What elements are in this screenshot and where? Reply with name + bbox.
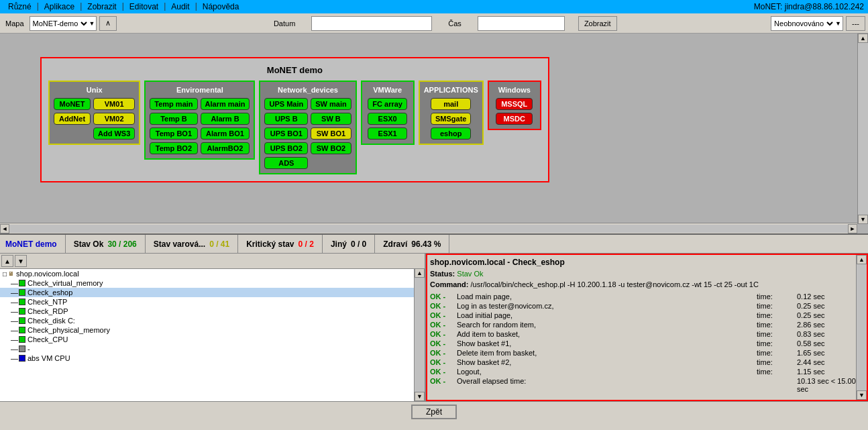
svc-msdc[interactable]: MSDC [496, 113, 533, 125]
svc-upsbo2[interactable]: UPS BO2 [264, 142, 308, 154]
scroll-down-btn[interactable]: ▼ [858, 215, 868, 224]
tree-row-eshop[interactable]: — Check_eshop [0, 288, 425, 297]
svc-esx0[interactable]: ESX0 [368, 113, 407, 125]
tree-row-dash[interactable]: — - [0, 344, 425, 354]
svc-tempbo2[interactable]: Temp BO2 [150, 142, 197, 154]
scroll-track-right [858, 43, 868, 215]
group-applications-grid: mail SMSgate eshop [424, 98, 478, 140]
svc-swmain[interactable]: SW main [311, 98, 351, 110]
group-windows-grid: MSSQL MSDC [493, 98, 536, 125]
svc-monet[interactable]: MoNET [54, 98, 91, 110]
map-area[interactable]: ▲ ▼ ◄ ► MoNET demo Unix MoNET AddNet [0, 34, 868, 235]
svc-upsbo1[interactable]: UPS BO1 [264, 127, 308, 140]
tree-row-diskc[interactable]: — Check_disk C: [0, 316, 425, 325]
tree-label-absvmcpu: abs VM CPU [28, 354, 70, 362]
svc-swb[interactable]: SW B [311, 113, 351, 125]
tree-row-ntp[interactable]: — Check_NTP [0, 297, 425, 307]
svc-esx1[interactable]: ESX1 [368, 127, 407, 140]
menu-editovat[interactable]: Editovat [125, 1, 162, 12]
svc-addnet[interactable]: AddNet [54, 113, 91, 125]
detail-row-3: OK -Search for random item,time:2.86 sec [430, 321, 864, 329]
map-scrollbar-right[interactable]: ▲ ▼ [857, 34, 868, 224]
svc-vm02[interactable]: VM02 [93, 113, 135, 125]
detail-command-label: Command: [430, 280, 468, 288]
svc-alarmmain[interactable]: Alarm main [201, 98, 250, 110]
svc-addws3[interactable]: Add WS3 [93, 127, 135, 140]
tree-expand-eshop: — [11, 288, 19, 297]
neobnovovano-select-wrapper[interactable]: Neobnovováno ▼ [771, 16, 843, 31]
neobnovovano-select[interactable]: Neobnovováno [771, 17, 835, 30]
map-select-wrapper[interactable]: MoNET-demo ▼ [30, 16, 97, 31]
menu-audit[interactable]: Audit [167, 1, 193, 12]
cas-input[interactable] [478, 16, 565, 31]
tree-row-absvmcpu[interactable]: — abs VM CPU [0, 354, 425, 363]
menu-bar: Různé | Aplikace | Zobrazit | Editovat |… [0, 0, 868, 13]
datum-input[interactable] [311, 16, 432, 31]
menu-zobrazit[interactable]: Zobrazit [83, 1, 120, 12]
tree-scroll-up[interactable]: ▲ [415, 268, 425, 278]
svc-smsgate[interactable]: SMSgate [431, 113, 471, 125]
group-vmware: VMWare FC array ESX0 ESX1 [361, 80, 415, 145]
unix-col1: MoNET AddNet [54, 98, 91, 140]
tree-expand-cpu: — [11, 335, 19, 343]
detail-scrollbar[interactable]: ▲ ▼ [856, 255, 867, 400]
tree-row-phys-mem[interactable]: — Check_physical_memory [0, 325, 425, 335]
detail-status: Status: Stav Ok [430, 270, 864, 278]
detail-rows: OK -Load main page,time:0.12 secOK -Log … [430, 292, 864, 393]
status-square-rdp [19, 308, 25, 315]
tree-label-ntp: Check_NTP [28, 298, 67, 306]
tree-row-cpu[interactable]: — Check_CPU [0, 335, 425, 344]
svc-mail[interactable]: mail [431, 98, 471, 110]
detail-scroll-down[interactable]: ▼ [857, 390, 867, 400]
svc-eshop[interactable]: eshop [431, 127, 471, 140]
group-enviromental-title: Enviromental [150, 86, 250, 94]
status-varova-section: Stav varová... 0 / 41 [146, 235, 238, 253]
svc-alarmbo2[interactable]: AlarmBO2 [201, 142, 250, 154]
tree-panel[interactable]: ▲ ▼ □ 🖥 shop.novicom.local — Check_virtu… [0, 254, 426, 401]
menu-napoveda[interactable]: Nápověda [199, 1, 243, 12]
bottom-panel: ▲ ▼ □ 🖥 shop.novicom.local — Check_virtu… [0, 254, 868, 401]
svc-tempmain[interactable]: Temp main [150, 98, 197, 110]
tree-scroll-down[interactable]: ▼ [415, 392, 425, 401]
svc-tempbo1[interactable]: Temp BO1 [150, 127, 197, 140]
monet-demo-title: MoNET demo [48, 65, 541, 75]
svc-mssql[interactable]: MSSQL [496, 98, 533, 110]
tree-up-btn[interactable]: ▲ [1, 255, 13, 267]
tree-host-icon: 🖥 [8, 270, 14, 277]
net-col1: UPS Main UPS B UPS BO1 UPS BO2 ADS [264, 98, 308, 169]
mapa-label: Mapa [3, 19, 27, 28]
scroll-right-btn[interactable]: ► [848, 224, 857, 233]
status-square-diskc [19, 317, 25, 324]
svc-swbo2[interactable]: SW BO2 [311, 142, 351, 154]
map-select[interactable]: MoNET-demo [30, 17, 89, 30]
svc-swbo1[interactable]: SW BO1 [311, 127, 351, 140]
svc-alarmb[interactable]: Alarm B [201, 113, 250, 125]
tree-row-shop[interactable]: □ 🖥 shop.novicom.local [0, 269, 425, 278]
env-col1: Temp main Temp B Temp BO1 Temp BO2 [150, 98, 197, 154]
svc-tempb[interactable]: Temp B [150, 113, 197, 125]
tree-toolbar: ▲ ▼ [0, 254, 425, 269]
scroll-up-btn[interactable]: ▲ [858, 34, 868, 43]
nav-up-button[interactable]: ∧ [99, 16, 117, 31]
scroll-left-btn[interactable]: ◄ [0, 224, 9, 233]
connection-info: MoNET: jindra@88.86.102.242 [754, 2, 864, 11]
tree-row-virt-mem[interactable]: — Check_virtual_memory [0, 278, 425, 288]
svc-ads[interactable]: ADS [264, 157, 308, 169]
dots-button[interactable]: --- [846, 16, 865, 31]
menu-aplikace[interactable]: Aplikace [40, 1, 78, 12]
svc-upsmain[interactable]: UPS Main [264, 98, 308, 110]
zpet-button[interactable]: Zpět [411, 405, 457, 419]
svc-vm01[interactable]: VM01 [93, 98, 135, 110]
svc-upsb[interactable]: UPS B [264, 113, 308, 125]
tree-row-rdp[interactable]: — Check_RDP [0, 307, 425, 316]
tree-down-btn[interactable]: ▼ [15, 255, 27, 267]
svc-alarmbo1[interactable]: Alarm BO1 [201, 127, 250, 140]
zobrazit-button[interactable]: Zobrazit [578, 16, 617, 31]
map-scrollbar-bottom[interactable]: ◄ ► [0, 223, 857, 233]
tree-scrollbar[interactable]: ▲ ▼ [414, 268, 425, 401]
detail-scroll-up[interactable]: ▲ [857, 255, 867, 264]
svc-fcarray[interactable]: FC array [368, 98, 407, 110]
menu-ruzne[interactable]: Různé [4, 1, 36, 12]
group-windows: Windows MSSQL MSDC [488, 80, 541, 130]
group-applications: APPLICATIONS mail SMSgate eshop [419, 80, 484, 145]
